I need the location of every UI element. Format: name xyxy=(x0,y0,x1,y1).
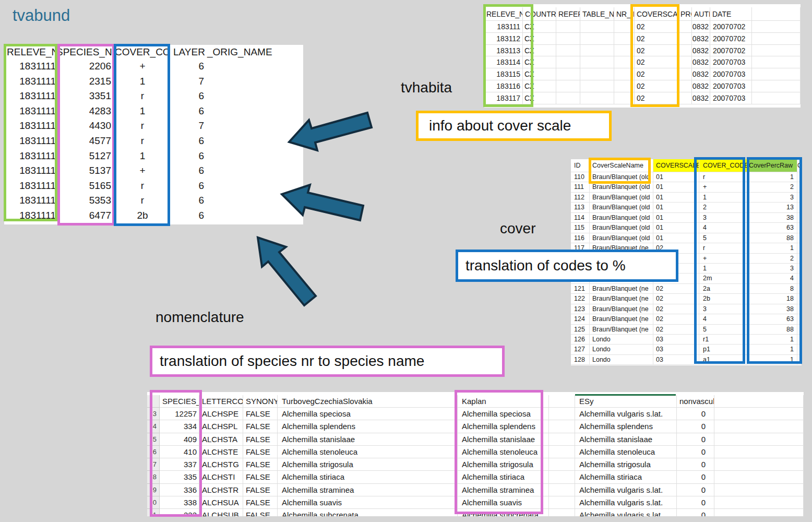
table-row: 183114CZ02083220070703 xyxy=(484,56,801,68)
data-cell: 183115 xyxy=(484,68,523,80)
data-cell: 01 xyxy=(653,223,699,233)
data-cell xyxy=(678,45,692,57)
data-cell: + xyxy=(115,163,170,179)
data-cell: Braun/Blanquet (old xyxy=(590,182,653,192)
table-row: 125Braun/Blanquet (ne02588 xyxy=(571,325,802,335)
table-row: 110Braun/Blanquet (old01r1 xyxy=(571,172,802,182)
data-cell xyxy=(797,223,802,233)
data-cell: Alchemilla straminea xyxy=(458,484,549,496)
column-header-cell: ID xyxy=(571,159,590,172)
data-cell xyxy=(797,294,802,304)
data-cell: 1831111 xyxy=(4,193,56,208)
data-cell xyxy=(580,21,614,33)
data-cell xyxy=(556,92,580,104)
data-cell: 0 xyxy=(677,446,714,458)
data-cell xyxy=(678,68,692,80)
column-header-cell: C xyxy=(797,159,802,172)
data-cell: 333 xyxy=(160,509,199,516)
data-cell: 0 xyxy=(147,496,160,509)
data-cell: CZ xyxy=(523,68,556,80)
data-cell: Alchemilla stenoleuca xyxy=(458,446,549,458)
data-cell: Londo xyxy=(590,335,653,345)
data-cell: 113 xyxy=(571,203,590,212)
data-cell: Alchemilla strigosula xyxy=(278,458,458,471)
data-cell: Alchemilla stenoleuca xyxy=(575,446,677,458)
data-cell: 01 xyxy=(653,233,699,243)
data-cell xyxy=(797,345,802,354)
data-cell: 0 xyxy=(677,484,714,496)
data-cell: 3351 xyxy=(56,89,115,104)
table-row: 115Braun/Blanquet (old01463 xyxy=(571,223,802,233)
info-cover-scale-note: info about cover scale xyxy=(416,111,612,141)
data-cell xyxy=(205,193,303,208)
data-cell: 1 xyxy=(699,193,747,203)
data-cell xyxy=(205,59,303,74)
column-header-cell: COVER_CODE xyxy=(115,45,170,59)
header-row: SPECIES_NRLETTERCODESYNONYMTurbovegCzech… xyxy=(147,395,804,408)
data-cell: 02 xyxy=(653,284,699,294)
data-cell: Braun/Blanquet (ne xyxy=(590,304,653,314)
data-cell: 3 xyxy=(747,264,797,274)
nomenclature-label: nomenclature xyxy=(156,309,244,326)
column-header-cell: SPECIES_NR xyxy=(160,395,199,408)
data-cell: 335 xyxy=(160,471,199,483)
column-header-cell: TABLE_NR xyxy=(580,7,614,21)
table-row: 18311114430r7 xyxy=(4,118,303,134)
data-cell: 1 xyxy=(747,172,797,182)
data-cell: 38 xyxy=(747,213,797,223)
data-cell: 5 xyxy=(147,433,160,446)
data-cell xyxy=(752,92,801,104)
nomenclature-table: SPECIES_NRLETTERCODESYNONYMTurbovegCzech… xyxy=(147,392,804,516)
data-cell: Alchemilla splendens xyxy=(278,420,458,433)
data-cell xyxy=(752,21,801,33)
data-cell: Alchemilla stiriaca xyxy=(575,471,677,483)
data-cell: 01 xyxy=(653,203,699,212)
data-cell: Alchemilla vulgaris s.lat. xyxy=(575,408,677,420)
table-row: 183117CZ02083220070703 xyxy=(484,92,801,104)
data-cell: 6 xyxy=(170,104,205,119)
column-header-cell: SPECIES_NR xyxy=(56,45,115,59)
data-cell xyxy=(205,118,303,134)
data-cell: 5137 xyxy=(56,163,115,179)
data-cell: 2 xyxy=(747,254,797,264)
data-cell: 409 xyxy=(160,433,199,446)
table-row: 113Braun/Blanquet (old01213 xyxy=(571,203,802,212)
data-cell xyxy=(797,284,802,294)
column-header-cell: COVERSCALE xyxy=(653,159,699,172)
data-cell xyxy=(580,45,614,57)
column-header-cell: Kaplan xyxy=(458,395,549,408)
data-cell: 6 xyxy=(170,89,205,104)
data-cell: 338 xyxy=(160,496,199,509)
data-cell xyxy=(556,21,580,33)
table-row: 1831111512716 xyxy=(4,149,303,164)
data-cell: Braun/Blanquet (old xyxy=(590,223,653,233)
data-cell: ALCHSUB xyxy=(199,509,243,516)
data-cell: 1831111 xyxy=(4,163,56,179)
column-header-cell: COVER_CODE xyxy=(699,159,747,172)
data-cell: ALCHSTI xyxy=(199,471,243,483)
data-cell: 1 xyxy=(747,335,797,345)
data-cell: Alchemilla stiriaca xyxy=(458,471,549,483)
data-cell: 38 xyxy=(747,304,797,314)
data-cell: 128 xyxy=(571,355,590,365)
column-header-cell: NR_IN_ xyxy=(614,7,635,21)
data-cell: 4 xyxy=(699,223,747,233)
data-cell: 4 xyxy=(147,420,160,433)
data-cell xyxy=(614,33,635,45)
data-cell: 9 xyxy=(147,484,160,496)
data-cell: CZ xyxy=(523,45,556,57)
data-cell: 4430 xyxy=(56,118,115,134)
data-cell xyxy=(614,68,635,80)
data-cell: 0832 xyxy=(692,33,710,45)
data-cell xyxy=(678,92,692,104)
data-cell: 63 xyxy=(747,314,797,324)
data-cell: 6 xyxy=(170,134,205,149)
data-cell: 13 xyxy=(747,203,797,212)
table-row: 312257ALCHSPEFALSEAlchemilla speciosaAlc… xyxy=(147,408,804,420)
data-cell xyxy=(797,264,802,274)
data-cell: 02 xyxy=(635,80,678,92)
data-cell: 8 xyxy=(747,284,797,294)
data-cell: 12257 xyxy=(160,408,199,420)
data-cell xyxy=(205,89,303,104)
data-cell: 0 xyxy=(677,458,714,471)
